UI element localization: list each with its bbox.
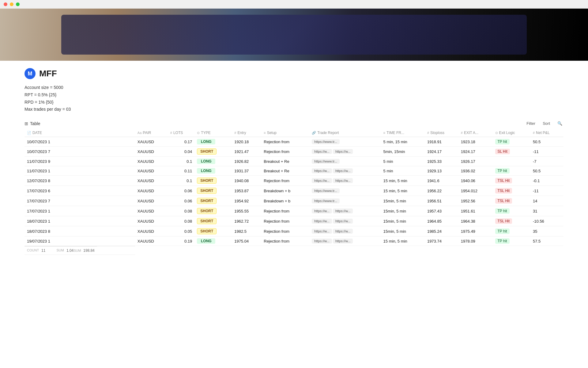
main-content: M MFF Account size = 5000 RPT = 0.5% {25… xyxy=(0,61,588,255)
cell-date: 19/07/2023 1 xyxy=(24,236,135,246)
cell-type: SHORT xyxy=(194,147,232,157)
table-row[interactable]: 18/07/2023 8 XAUUSD 0.05 SHORT 1982.5 Re… xyxy=(24,226,564,236)
col-type[interactable]: ⊙TYPE xyxy=(194,129,232,137)
col-pair[interactable]: AaPAIR xyxy=(135,129,168,137)
close-button[interactable] xyxy=(4,2,7,6)
minimize-button[interactable] xyxy=(10,2,13,6)
cell-entry: 1954.92 xyxy=(232,196,261,206)
col-entry[interactable]: #Entry xyxy=(232,129,261,137)
table-row[interactable]: 11/07/2023 1 XAUUSD 0.11 LONG 1931.37 Br… xyxy=(24,166,564,176)
cell-type: LONG xyxy=(194,166,232,176)
col-stoploss[interactable]: #Stoploss xyxy=(425,129,458,137)
cell-type: SHORT xyxy=(194,226,232,236)
table-row[interactable]: 10/07/2023 1 XAUUSD 0.17 LONG 1920.18 Re… xyxy=(24,137,564,147)
link-chip[interactable]: https://w... xyxy=(312,209,332,213)
type-badge: SHORT xyxy=(197,198,217,204)
cell-type: LONG xyxy=(194,236,232,246)
cell-exit-a: 1964.38 xyxy=(458,216,493,226)
cell-time: 15 min, 5 min xyxy=(381,186,425,196)
col-time[interactable]: ≡TIME FR... xyxy=(381,129,425,137)
table-row[interactable]: 12/07/2023 8 XAUUSD 0.1 SHORT 1940.08 Re… xyxy=(24,176,564,186)
cell-entry: 1921.47 xyxy=(232,147,261,157)
window-chrome xyxy=(0,0,588,9)
count-label: COUNT xyxy=(27,248,39,253)
link-chip[interactable]: https://w... xyxy=(333,239,353,243)
cell-setup: Rejection from xyxy=(261,206,309,216)
cell-exit-a: 1975.49 xyxy=(458,226,493,236)
col-report[interactable]: 🔗Trade Report xyxy=(309,129,381,137)
cell-time: 15min, 5 min xyxy=(381,226,425,236)
cell-setup: Breakdown + b xyxy=(261,196,309,206)
cell-report: https://www.tr... xyxy=(309,157,381,166)
cell-stoploss: 1941.6 xyxy=(425,176,458,186)
link-chip[interactable]: https://w... xyxy=(312,178,332,183)
cell-net-pl: -0.1 xyxy=(530,176,564,186)
cell-setup: Breakout + Re xyxy=(261,166,309,176)
cell-time: 5 min xyxy=(381,157,425,166)
table-row[interactable]: 11/07/2023 9 XAUUSD 0.1 LONG 1926.82 Bre… xyxy=(24,157,564,166)
link-chip[interactable]: https://w... xyxy=(312,239,332,243)
link-chip[interactable]: https://www.tr... xyxy=(312,139,340,144)
search-button[interactable]: 🔍 xyxy=(556,121,564,126)
table-header-row: 📄DATE AaPAIR #LOTS ⊙TYPE #Entry ≡Setup 🔗… xyxy=(24,129,564,137)
cell-report: https://www.tr... xyxy=(309,196,381,206)
filter-button[interactable]: Filter xyxy=(525,121,537,126)
view-label[interactable]: ⊞ Table xyxy=(24,121,40,126)
table-row[interactable]: 17/07/2023 6 XAUUSD 0.06 SHORT 1953.87 B… xyxy=(24,186,564,196)
toolbar-right: Filter Sort 🔍 xyxy=(525,121,564,126)
cell-pair: XAUUSD xyxy=(135,226,168,236)
link-chip[interactable]: https://w... xyxy=(312,168,332,173)
table-row[interactable]: 17/07/2023 7 XAUUSD 0.06 SHORT 1954.92 B… xyxy=(24,196,564,206)
link-chip[interactable]: https://w... xyxy=(333,149,353,154)
cell-stoploss: 1973.74 xyxy=(425,236,458,246)
col-exit-logic[interactable]: ⊙Exit Logic xyxy=(493,129,530,137)
col-date[interactable]: 📄DATE xyxy=(24,129,135,137)
cell-exit-logic: TP hit xyxy=(493,236,530,246)
maximize-button[interactable] xyxy=(16,2,20,6)
cell-entry: 1962.72 xyxy=(232,216,261,226)
hero-image xyxy=(0,9,588,61)
cell-exit-logic: TSL Hit xyxy=(493,196,530,206)
link-chip[interactable]: https://www.tr... xyxy=(312,188,340,193)
cell-date: 12/07/2023 8 xyxy=(24,176,135,186)
link-chip[interactable]: https://www.tr... xyxy=(312,198,340,203)
link-chip[interactable]: https://w... xyxy=(333,219,353,224)
link-chip[interactable]: https://w... xyxy=(333,209,353,213)
sort-button[interactable]: Sort xyxy=(541,121,551,126)
cell-entry: 1926.82 xyxy=(232,157,261,166)
link-chip[interactable]: https://w... xyxy=(312,229,332,234)
col-net-pl[interactable]: #Net P&L xyxy=(530,129,564,137)
table-row[interactable]: 17/07/2023 1 XAUUSD 0.08 SHORT 1955.55 R… xyxy=(24,206,564,216)
cell-entry: 1920.18 xyxy=(232,137,261,147)
cell-report: https://w...https://w... xyxy=(309,147,381,157)
table-toolbar: ⊞ Table Filter Sort 🔍 xyxy=(24,121,564,126)
cell-net-pl: 14 xyxy=(530,196,564,206)
cell-exit-logic: TP hit xyxy=(493,206,530,216)
data-table: 📄DATE AaPAIR #LOTS ⊙TYPE #Entry ≡Setup 🔗… xyxy=(24,129,564,255)
cell-entry: 1931.37 xyxy=(232,166,261,176)
cell-date: 18/07/2023 1 xyxy=(24,216,135,226)
type-badge: SHORT xyxy=(197,228,217,234)
link-chip[interactable]: https://w... xyxy=(312,149,332,154)
col-exit-a[interactable]: #EXIT A... xyxy=(458,129,493,137)
link-chip[interactable]: https://w... xyxy=(333,168,353,173)
link-chip[interactable]: https://w... xyxy=(312,219,332,224)
cell-exit-logic: TSL Hit xyxy=(493,176,530,186)
cell-entry: 1975.04 xyxy=(232,236,261,246)
table-row[interactable]: 10/07/2023 7 XAUUSD 0.04 SHORT 1921.47 R… xyxy=(24,147,564,157)
link-chip[interactable]: https://www.tr... xyxy=(312,159,340,164)
type-badge: SHORT xyxy=(197,148,217,155)
table-row[interactable]: 18/07/2023 1 XAUUSD 0.08 SHORT 1962.72 R… xyxy=(24,216,564,226)
page-icon: M xyxy=(24,68,36,79)
table-row[interactable]: 19/07/2023 1 XAUUSD 0.19 LONG 1975.04 Re… xyxy=(24,236,564,246)
col-lots[interactable]: #LOTS xyxy=(168,129,195,137)
type-badge: SHORT xyxy=(197,178,217,184)
cell-setup: Rejection from xyxy=(261,216,309,226)
exit-badge: TSL Hit xyxy=(495,188,512,194)
table-footer-row: COUNT 11 SUM 1.04 SUM 198.84 xyxy=(24,246,564,255)
link-chip[interactable]: https://w... xyxy=(333,229,353,234)
cell-date: 17/07/2023 7 xyxy=(24,196,135,206)
col-setup[interactable]: ≡Setup xyxy=(261,129,309,137)
link-chip[interactable]: https://w... xyxy=(333,178,353,183)
cell-type: SHORT xyxy=(194,216,232,226)
